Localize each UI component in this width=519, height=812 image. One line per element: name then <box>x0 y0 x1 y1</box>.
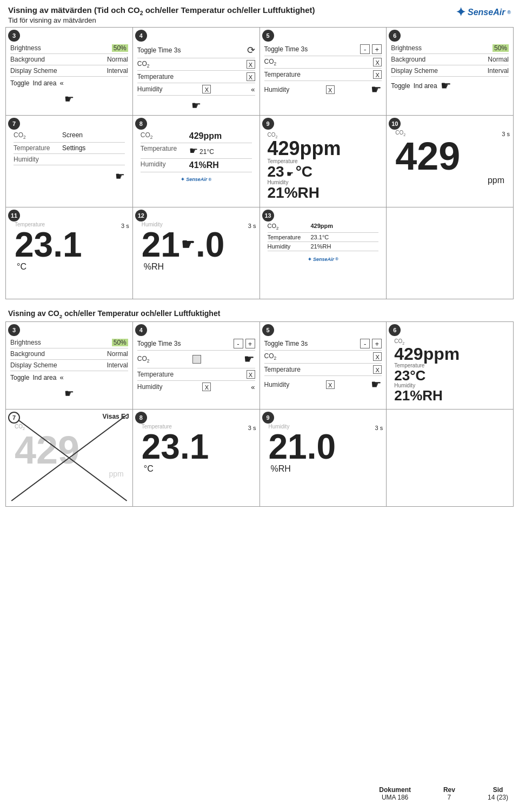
panel-num-3b: 3 <box>8 324 20 336</box>
co2-row-4b: CO2 ☛ <box>137 351 255 368</box>
hand-icon-5[interactable]: ☛ <box>371 83 382 97</box>
toggle-label-6: Toggle <box>391 82 410 90</box>
panel-num-3: 3 <box>8 30 20 42</box>
panel-7-content: CO2 Screen Temperature Settings Humidity… <box>10 119 128 185</box>
toggle-row-6: Toggle Ind area ☛ <box>391 77 509 95</box>
temp-number-11: 23.1 <box>15 227 82 262</box>
minus-btn-4b[interactable]: - <box>234 339 243 348</box>
temp-checkbox-4b[interactable]: X <box>247 370 255 379</box>
plus-btn-5[interactable]: + <box>372 44 382 54</box>
panel-9b-content: Humidity 21.0 %RH <box>264 413 382 477</box>
temp-val-row: Temperature ☛ 21°C <box>141 143 252 159</box>
toggle-time-label-5b: Toggle Time 3s <box>264 340 308 347</box>
temp-row-5: Temperature X <box>264 69 382 81</box>
plus-btn-5b[interactable]: + <box>372 339 382 348</box>
footer-dokument: Dokument UMA 186 <box>379 786 411 801</box>
temp-unit-11: °C <box>17 262 26 272</box>
chevron-icon: « <box>59 79 63 87</box>
panel-num-8b: 8 <box>135 412 147 424</box>
panel-num-12: 12 <box>135 210 147 222</box>
hand-icon-12: ☛ <box>181 237 195 252</box>
hand-icon-5b[interactable]: ☛ <box>371 378 382 392</box>
panel-12-content: Humidity 21 ☛ .0 %RH <box>137 211 255 275</box>
minus-btn-5[interactable]: - <box>360 44 370 54</box>
co2-checkbox[interactable]: X <box>247 60 255 69</box>
panel-9: 9 CO2 429ppm Temperature 23 ☛ °C Humidit… <box>260 116 387 207</box>
hand-icon-7[interactable]: ☛ <box>115 170 125 183</box>
minus-plus-5: - + <box>360 44 382 54</box>
hand-icon-6[interactable]: ☛ <box>441 79 451 93</box>
page-title: Visning av mätvärden (Tid och CO2 och/el… <box>8 5 315 16</box>
sid-label: Sid <box>493 786 503 794</box>
co2-row-13: CO2 429ppm <box>268 222 379 232</box>
panel-7-bot: 7 Visas EJ CO2 429 ppm <box>6 410 133 507</box>
toggle-time-row-5: Toggle Time 3s - + <box>264 43 382 56</box>
mid-panels-grid: 7 CO2 Screen Temperature Settings Humidi… <box>5 116 514 207</box>
time-badge-11: 3 s <box>121 223 129 229</box>
chevron-icon-4: « <box>251 85 255 93</box>
brightness-row-6: Brightness 50% <box>391 43 509 54</box>
display-scheme-row-6: Display Scheme Interval <box>391 65 509 77</box>
temp-unit-8b: °C <box>144 464 154 474</box>
hum-value-6b: 21%RH <box>394 388 443 402</box>
temp-checkbox-5b[interactable]: X <box>373 365 382 374</box>
panel-8-content: CO2 429ppm Temperature ☛ 21°C Humidity 4… <box>137 119 255 185</box>
ind-area-label-3b: Ind area <box>32 374 56 381</box>
panel-8: 8 CO2 429ppm Temperature ☛ 21°C Humidity… <box>133 116 260 207</box>
hand-icon[interactable]: ☛ <box>64 92 74 105</box>
dokument-value: UMA 186 <box>382 794 408 801</box>
temp-checkbox-5[interactable]: X <box>373 70 382 79</box>
plus-btn-4b[interactable]: + <box>245 339 255 348</box>
hum-value-9: 21%RH <box>268 185 320 200</box>
minus-btn-5b[interactable]: - <box>360 339 370 348</box>
co2-row-5: CO2 X <box>264 56 382 69</box>
background-row-6: Background Normal <box>391 54 509 65</box>
hand-icon-8[interactable]: ☛ <box>189 145 198 157</box>
minus-plus-4b: - + <box>234 339 255 348</box>
hum-number-9b: 21.0 <box>269 430 336 464</box>
toggle-row: Toggle Ind area « <box>10 77 128 89</box>
hand-icon-4b[interactable]: ☛ <box>244 352 255 366</box>
bottom2-panels-grid: 7 Visas EJ CO2 429 ppm 8 3 s Temperature… <box>5 410 514 507</box>
hum-checkbox-5b[interactable]: X <box>326 380 335 389</box>
hum-checkbox-4b[interactable]: X <box>202 382 211 391</box>
hand-icon-4[interactable]: ☛ <box>191 99 201 112</box>
panel-6b-content: CO2 429ppm Temperature 23°C Humidity 21%… <box>391 325 509 406</box>
hum-checkbox[interactable]: X <box>202 85 211 93</box>
page-subtitle: Tid för visning av mätvärden <box>8 16 315 24</box>
time-badge-10: 3 s <box>502 131 510 137</box>
hum-row-7: Humidity <box>14 154 125 165</box>
toggle-time-row-5b: Toggle Time 3s - + <box>264 337 382 351</box>
temp-checkbox[interactable]: X <box>247 72 255 81</box>
hand-icon-3b[interactable]: ☛ <box>64 387 74 400</box>
panel-7b-content: CO2 429 ppm <box>10 413 128 481</box>
co2-val-row: CO2 429ppm <box>141 130 252 143</box>
dokument-label: Dokument <box>379 786 411 794</box>
hum-checkbox-5[interactable]: X <box>326 85 335 94</box>
co2-number-10: 429 <box>395 137 460 176</box>
temp-row: Temperature X <box>137 71 255 83</box>
panel-9-bot: 9 3 s Humidity 21.0 %RH <box>260 410 387 507</box>
visas-ej-label: Visas EJ <box>103 413 129 420</box>
footer-sid: Sid 14 (23) <box>488 786 508 801</box>
co2-row-5b: CO2 X <box>264 351 382 363</box>
background-row-3b: Background Normal <box>10 348 128 360</box>
temp-number-8b: 23.1 <box>142 430 209 464</box>
co2-checkbox-5b[interactable]: X <box>373 352 382 361</box>
hum-number-12: 21 ☛ .0 <box>142 227 225 262</box>
rev-label: Rev <box>443 786 455 794</box>
co2-checkbox-4b[interactable] <box>192 355 201 364</box>
panel-8b-content: Temperature 23.1 °C <box>137 413 255 477</box>
hand-icon-9: ☛ <box>287 170 294 178</box>
brightness-row-3b: Brightness 50% <box>10 337 128 348</box>
time-badge-12: 3 s <box>248 223 256 229</box>
co2-checkbox-5[interactable]: X <box>373 58 382 66</box>
sid-value: 14 (23) <box>488 794 508 801</box>
co2-screen-row: CO2 Screen <box>14 130 125 142</box>
panel-num-4: 4 <box>135 30 147 42</box>
panel-num-9b: 9 <box>262 412 274 424</box>
panel-4-bot: 4 Toggle Time 3s - + CO2 ☛ Temperature X… <box>133 322 260 410</box>
senseair-badge: ✦SenseAir® <box>181 177 211 182</box>
panel-3-top: 3 Brightness 50% Background Normal Displ… <box>6 28 133 116</box>
toggle-row-3b: Toggle Ind area « <box>10 371 128 384</box>
